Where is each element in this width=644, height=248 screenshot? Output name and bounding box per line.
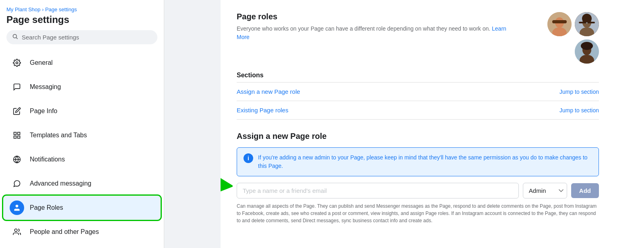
messenger-icon <box>10 176 24 191</box>
sidebar-nav: General Messaging Page Info <box>0 51 164 244</box>
info-banner-text: If you're adding a new admin to your Pag… <box>258 153 592 170</box>
existing-jump-link[interactable]: Jump to section <box>559 107 599 114</box>
search-input[interactable] <box>22 34 152 41</box>
sidebar-item-messaging-label: Messaging <box>30 83 61 91</box>
page-roles-desc: Everyone who works on your Page can have… <box>237 25 510 41</box>
page-title: Page settings <box>6 14 157 25</box>
svg-point-0 <box>13 34 17 38</box>
assign-section-body: i If you're adding a new admin to your P… <box>237 147 599 224</box>
info-banner: i If you're adding a new admin to your P… <box>237 147 599 176</box>
svg-point-2 <box>16 62 18 64</box>
avatars-group <box>547 12 599 64</box>
sidebar-item-page-info[interactable]: Page Info <box>3 99 161 123</box>
avatar-1 <box>547 12 572 36</box>
svg-rect-4 <box>18 132 20 135</box>
sidebar-header: My Plant Shop › Page settings Page setti… <box>0 0 164 51</box>
role-select[interactable]: Admin <box>523 183 567 198</box>
sidebar: My Plant Shop › Page settings Page setti… <box>0 0 164 248</box>
breadcrumb: My Plant Shop › Page settings <box>6 6 157 12</box>
avatar-3 <box>575 39 599 64</box>
svg-rect-6 <box>14 136 17 138</box>
assign-jump-link[interactable]: Jump to section <box>559 89 599 95</box>
sidebar-item-page-roles-label: Page Roles <box>30 204 63 211</box>
sections-label: Sections <box>237 72 599 79</box>
breadcrumb-current: Page settings <box>45 6 77 12</box>
sidebar-item-templates-tabs[interactable]: Templates and Tabs <box>3 123 161 147</box>
sidebar-item-notifications[interactable]: Notifications <box>3 147 161 172</box>
avatar-2 <box>575 12 599 36</box>
section-link-existing: Existing Page roles Jump to section <box>237 101 599 120</box>
middle-panel <box>164 0 221 248</box>
green-arrow-icon <box>221 155 233 192</box>
section-links: Assign a new Page role Jump to section E… <box>237 82 599 120</box>
green-arrow-container <box>221 155 233 193</box>
sidebar-item-advanced-messaging[interactable]: Advanced messaging <box>3 172 161 196</box>
svg-line-1 <box>16 37 18 39</box>
gear-icon <box>10 56 24 70</box>
people-icon <box>10 225 24 239</box>
section-link-assign: Assign a new Page role Jump to section <box>237 83 599 101</box>
sidebar-item-general-label: General <box>30 59 53 66</box>
svg-rect-3 <box>14 132 17 135</box>
grid-icon <box>10 128 24 143</box>
sidebar-item-advanced-messaging-label: Advanced messaging <box>30 180 91 187</box>
sidebar-item-general[interactable]: General <box>3 51 161 75</box>
breadcrumb-separator: › <box>42 6 45 12</box>
person-icon <box>10 200 24 215</box>
breadcrumb-shop[interactable]: My Plant Shop <box>6 6 41 12</box>
page-roles-header: Page roles Everyone who works on your Pa… <box>237 12 599 64</box>
pencil-icon <box>10 104 24 118</box>
sidebar-item-page-roles[interactable]: Page Roles <box>3 196 161 220</box>
existing-page-roles-link[interactable]: Existing Page roles <box>237 107 288 114</box>
svg-point-9 <box>16 205 19 208</box>
sidebar-item-people-other-pages-label: People and other Pages <box>30 228 99 236</box>
sidebar-item-people-other-pages[interactable]: People and other Pages <box>3 220 161 244</box>
main-content: Page roles Everyone who works on your Pa… <box>221 0 644 248</box>
svg-point-10 <box>14 229 17 232</box>
page-roles-title: Page roles <box>237 12 510 21</box>
page-roles-header-text: Page roles Everyone who works on your Pa… <box>237 12 510 41</box>
sidebar-item-notifications-label: Notifications <box>30 156 65 163</box>
sidebar-item-messaging[interactable]: Messaging <box>3 75 161 99</box>
svg-point-24 <box>581 42 593 50</box>
sidebar-item-templates-tabs-label: Templates and Tabs <box>30 132 87 139</box>
svg-point-20 <box>586 22 588 24</box>
info-icon: i <box>244 153 253 163</box>
sidebar-item-page-info-label: Page Info <box>30 107 58 115</box>
search-box[interactable] <box>6 30 157 44</box>
add-role-row: Admin Add <box>237 183 599 198</box>
assign-page-role-link[interactable]: Assign a new Page role <box>237 88 300 95</box>
name-or-email-input[interactable] <box>237 183 519 198</box>
chat-icon <box>10 80 24 94</box>
svg-rect-14 <box>552 20 567 23</box>
assign-section-title: Assign a new Page role <box>237 132 599 141</box>
role-description: Can manage all aspects of the Page. They… <box>237 203 599 224</box>
svg-rect-5 <box>18 136 20 138</box>
globe-icon <box>10 152 24 167</box>
add-role-button[interactable]: Add <box>571 183 599 198</box>
search-icon <box>12 33 19 41</box>
